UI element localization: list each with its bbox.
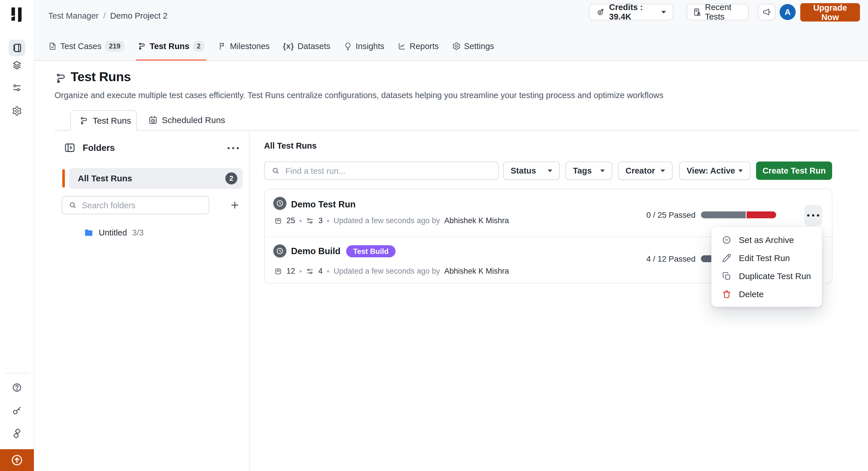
- milestone-flag-icon: [218, 42, 226, 51]
- collapse-panel-icon[interactable]: [64, 142, 76, 154]
- author-name[interactable]: Abhishek K Mishra: [444, 267, 509, 276]
- copy-icon: [722, 271, 732, 281]
- upgrade-now-button[interactable]: Upgrade Now: [800, 3, 860, 22]
- view-tab-label: Test Runs: [93, 116, 131, 126]
- view-tab-scheduled-runs[interactable]: Scheduled Runs: [148, 110, 225, 130]
- folder-icon: [84, 228, 94, 237]
- menu-item-duplicate-test-run[interactable]: Duplicate Test Run: [712, 267, 822, 285]
- tab-milestones[interactable]: Milestones: [218, 32, 270, 61]
- run-more-button[interactable]: [804, 205, 822, 226]
- breadcrumb-separator: /: [103, 11, 105, 21]
- chevron-down-icon: [660, 170, 665, 172]
- recent-tests-label: Recent Tests: [705, 3, 742, 22]
- test-case-count-icon: [274, 267, 282, 275]
- page-description: Organize and execute multiple test cases…: [55, 91, 663, 100]
- rail-item-help[interactable]: [9, 379, 25, 396]
- reports-chart-icon: [398, 42, 406, 51]
- tab-datasets[interactable]: {x} Datasets: [283, 32, 330, 61]
- tab-test-runs[interactable]: Test Runs 2: [138, 32, 205, 61]
- progress-bar: [701, 211, 776, 218]
- tab-count-badge: 219: [105, 41, 124, 52]
- filter-status[interactable]: Status: [503, 162, 560, 180]
- folder-count-badge: 2: [225, 172, 237, 184]
- app-logo-icon[interactable]: [10, 7, 24, 23]
- filter-label: View: Active: [687, 166, 735, 175]
- menu-item-label: Duplicate Test Run: [739, 271, 811, 281]
- user-avatar[interactable]: A: [780, 4, 796, 20]
- run-status-avatar: [273, 197, 286, 210]
- test-cases-icon: [48, 42, 57, 51]
- coin-icon: [596, 8, 605, 16]
- folders-more-button[interactable]: [224, 143, 242, 153]
- updated-text: Updated a few seconds ago by: [334, 267, 440, 276]
- run-name[interactable]: Demo Build: [291, 246, 340, 257]
- filter-label: Tags: [573, 166, 592, 175]
- folders-heading: Folders: [83, 143, 115, 153]
- dot-separator: [299, 270, 302, 272]
- filter-tags[interactable]: Tags: [565, 162, 612, 180]
- folder-item-all-test-runs[interactable]: All Test Runs 2: [69, 168, 243, 189]
- megaphone-icon: [762, 7, 771, 16]
- run-status-avatar: [273, 244, 286, 258]
- tab-reports[interactable]: Reports: [398, 32, 439, 61]
- create-test-run-button[interactable]: Create Test Run: [756, 162, 832, 180]
- menu-item-edit-test-run[interactable]: Edit Test Run: [712, 249, 822, 267]
- menu-item-label: Set as Archive: [739, 235, 794, 245]
- add-folder-button[interactable]: [226, 196, 244, 214]
- breadcrumb: Test Manager / Demo Project 2: [48, 0, 167, 32]
- recent-tests-button[interactable]: Recent Tests: [687, 4, 749, 20]
- trash-icon: [722, 290, 732, 299]
- config-count-icon: [306, 217, 314, 225]
- sliders-icon: [12, 82, 22, 93]
- rail-item-configurations[interactable]: [9, 79, 25, 96]
- updated-text: Updated a few seconds ago by: [334, 216, 440, 225]
- credits-pill[interactable]: Credits : 39.4K: [589, 4, 673, 20]
- lightbulb-icon: [344, 42, 352, 51]
- view-tab-test-runs[interactable]: Test Runs: [70, 110, 137, 131]
- rail-item-layers[interactable]: [9, 57, 25, 73]
- breadcrumb-project[interactable]: Demo Project 2: [110, 11, 167, 21]
- gear-icon: [452, 42, 461, 51]
- run-meta: 12 4 Updated a few seconds ago by Abhish…: [274, 267, 509, 276]
- menu-item-label: Edit Test Run: [739, 253, 790, 263]
- rail-item-api-keys[interactable]: [9, 402, 25, 419]
- filter-label: Creator: [625, 166, 655, 175]
- archive-circle-minus-icon: [722, 235, 732, 245]
- view-tab-label: Scheduled Runs: [162, 115, 225, 125]
- folder-count: 3/3: [132, 228, 144, 237]
- folder-item-untitled[interactable]: Untitled 3/3: [77, 224, 238, 241]
- run-search-input[interactable]: [285, 163, 493, 179]
- rail-item-integrations[interactable]: [9, 425, 25, 442]
- rail-divider: [5, 373, 29, 373]
- filter-creator[interactable]: Creator: [618, 162, 673, 180]
- layers-icon: [12, 60, 22, 70]
- run-search: [264, 162, 499, 180]
- tab-settings[interactable]: Settings: [452, 32, 494, 61]
- tab-label: Milestones: [230, 42, 270, 51]
- tab-label: Test Runs: [150, 42, 189, 51]
- announcements-button[interactable]: [758, 4, 776, 20]
- integrations-icon: [12, 428, 22, 439]
- menu-item-delete[interactable]: Delete: [712, 285, 822, 303]
- folder-search: [62, 196, 209, 214]
- author-name[interactable]: Abhishek K Mishra: [444, 216, 509, 225]
- gear-icon: [12, 106, 22, 116]
- dot-separator: [299, 220, 302, 222]
- folder-search-input[interactable]: [81, 197, 206, 214]
- filter-view[interactable]: View: Active: [679, 162, 750, 180]
- tab-insights[interactable]: Insights: [344, 32, 384, 61]
- run-context-menu: Set as Archive Edit Test Run Duplicate T…: [711, 227, 822, 307]
- clock-icon: [276, 199, 284, 207]
- menu-item-set-as-archive[interactable]: Set as Archive: [712, 231, 822, 249]
- run-name[interactable]: Demo Test Run: [291, 199, 355, 210]
- tab-label: Insights: [355, 42, 384, 51]
- breadcrumb-app[interactable]: Test Manager: [48, 11, 99, 21]
- rail-upgrade-button[interactable]: [0, 449, 34, 471]
- rail-item-settings[interactable]: [9, 103, 25, 119]
- rail-item-test-manager[interactable]: [9, 40, 25, 56]
- view-tabs-divider: [55, 130, 859, 131]
- run-title-row: Demo Test Run: [291, 199, 355, 210]
- tab-test-cases[interactable]: Test Cases 219: [48, 32, 125, 61]
- search-icon: [272, 167, 280, 175]
- tab-label: Datasets: [298, 42, 330, 51]
